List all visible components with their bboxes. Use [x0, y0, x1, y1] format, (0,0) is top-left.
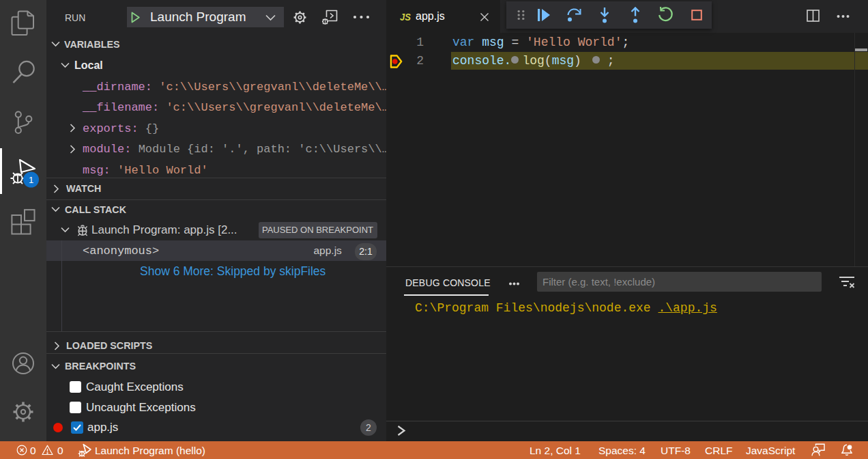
svg-text:1: 1 [29, 175, 33, 185]
